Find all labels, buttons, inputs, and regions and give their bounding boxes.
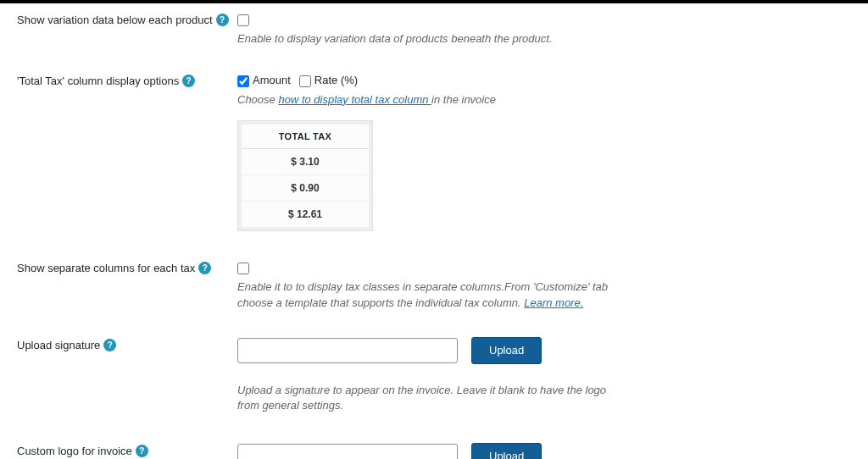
row-separate-tax-cols: Show separate columns for each tax ? Ena… xyxy=(17,260,868,312)
desc-text: Choose xyxy=(237,93,278,106)
amount-checkbox-label: Amount xyxy=(253,74,291,86)
help-icon[interactable]: ? xyxy=(136,445,148,457)
row-signature: Upload signature ? Upload Upload a signa… xyxy=(17,337,868,415)
help-icon[interactable]: ? xyxy=(216,14,229,26)
preview-row: $ 3.10 xyxy=(242,148,369,174)
logo-upload-button[interactable]: Upload xyxy=(471,443,542,459)
total-tax-doc-link[interactable]: how to display total tax column xyxy=(278,93,431,106)
total-tax-label: 'Total Tax' column display options xyxy=(17,75,179,87)
separate-cols-label: Show separate columns for each tax xyxy=(17,262,195,274)
help-icon[interactable]: ? xyxy=(198,262,211,274)
row-variation-data: Show variation data below each product ?… xyxy=(17,12,868,47)
rate-checkbox[interactable] xyxy=(299,75,311,87)
signature-desc: Upload a signature to appear on the invo… xyxy=(237,383,627,415)
separate-cols-desc: Enable it to to display tax classes in s… xyxy=(237,279,627,312)
total-tax-preview: TOTAL TAX $ 3.10 $ 0.90 $ 12.61 xyxy=(237,120,373,231)
preview-row: $ 0.90 xyxy=(242,174,369,201)
row-total-tax: 'Total Tax' column display options ? Amo… xyxy=(17,73,868,231)
total-tax-desc: Choose how to display total tax column i… xyxy=(237,92,496,108)
amount-checkbox[interactable] xyxy=(237,75,249,87)
learn-more-link[interactable]: Learn more. xyxy=(524,296,583,309)
rate-checkbox-label: Rate (%) xyxy=(314,74,358,86)
row-custom-logo: Custom logo for invoice ? Upload xyxy=(17,443,868,459)
logo-input[interactable] xyxy=(237,444,458,459)
signature-input[interactable] xyxy=(237,338,458,363)
custom-logo-label: Custom logo for invoice xyxy=(17,445,132,457)
preview-header: TOTAL TAX xyxy=(242,124,369,149)
signature-label: Upload signature xyxy=(17,339,100,351)
variation-desc: Enable to display variation data of prod… xyxy=(237,31,552,47)
help-icon[interactable]: ? xyxy=(103,339,116,351)
preview-row: $ 12.61 xyxy=(242,201,369,227)
variation-checkbox[interactable] xyxy=(237,14,249,26)
variation-label: Show variation data below each product xyxy=(17,14,213,26)
signature-upload-button[interactable]: Upload xyxy=(471,337,542,364)
separate-cols-checkbox[interactable] xyxy=(237,263,249,274)
desc-text: in the invoice xyxy=(431,93,496,106)
help-icon[interactable]: ? xyxy=(182,75,195,87)
